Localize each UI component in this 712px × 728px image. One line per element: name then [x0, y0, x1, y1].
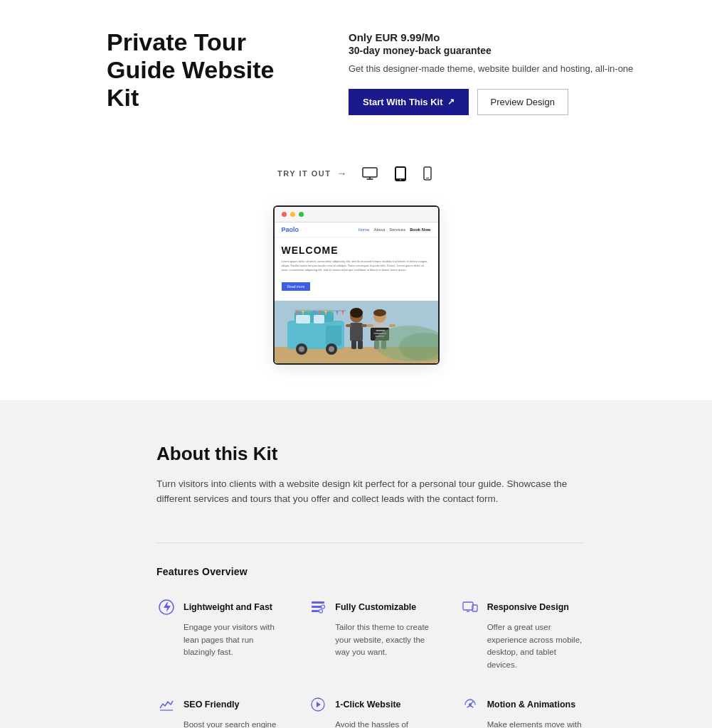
feature-icon-row-5: 1-Click Website	[308, 695, 431, 714]
svg-rect-56	[463, 602, 473, 610]
feature-icon-row-4: SEO Friendly	[156, 695, 280, 714]
svg-rect-35	[358, 341, 363, 349]
lightning-icon	[156, 597, 176, 617]
mini-read-more-btn: Read more	[282, 282, 311, 291]
try-label: TRY IT OUT →	[277, 168, 348, 179]
description-line: Get this designer-made theme, website bu…	[349, 62, 655, 76]
feature-customizable-desc: Tailor this theme to create your website…	[335, 621, 431, 659]
feature-icon-row-2: Fully Customizable	[308, 597, 431, 617]
arrow-icon: ↗	[447, 97, 455, 107]
responsive-icon	[460, 597, 480, 617]
feature-oneclick-title: 1-Click Website	[335, 700, 400, 710]
feature-motion: Motion & Animations Make elements move w…	[460, 695, 583, 728]
cta-block: Only EUR 9.99/Mo 30-day money-back guara…	[349, 28, 655, 115]
try-it-out-bar: TRY IT OUT →	[0, 144, 712, 198]
feature-lightweight: Lightweight and Fast Engage your visitor…	[156, 597, 280, 672]
mini-nav-book: Book Now	[410, 228, 430, 232]
feature-seo: SEO Friendly Boost your search engine sc…	[156, 695, 280, 728]
feature-oneclick: 1-Click Website Avoid the hassles of mul…	[308, 695, 431, 728]
browser-frame: Paolo Home About Services Book Now WELCO…	[273, 205, 440, 365]
svg-rect-32	[346, 324, 351, 327]
motion-icon	[460, 695, 480, 714]
svg-rect-31	[350, 323, 363, 341]
feature-seo-title: SEO Friendly	[184, 700, 240, 710]
feature-seo-desc: Boost your search engine score with fast…	[184, 719, 280, 728]
guarantee-line: 30-day money-back guarantee	[349, 45, 655, 56]
top-section: Private Tour Guide Website Kit Only EUR …	[0, 0, 712, 144]
feature-motion-title: Motion & Animations	[487, 700, 576, 710]
features-grid: Lightweight and Fast Engage your visitor…	[156, 597, 583, 728]
svg-rect-14	[326, 326, 341, 346]
section-divider	[156, 542, 583, 543]
mini-nav-links: Home About Services Book Now	[358, 228, 430, 232]
about-description: Turn visitors into clients with a websit…	[156, 476, 569, 507]
svg-point-30	[350, 308, 363, 318]
feature-responsive-title: Responsive Design	[487, 602, 569, 612]
mini-nav-home: Home	[358, 228, 369, 232]
mobile-icon[interactable]	[420, 164, 435, 183]
price-line: Only EUR 9.99/Mo	[349, 31, 655, 43]
browser-content: Paolo Home About Services Book Now WELCO…	[275, 223, 438, 363]
mini-welcome: WELCOME Lorem ipsum dolor sit amet, cons…	[275, 237, 438, 301]
oneclick-icon	[308, 695, 328, 714]
browser-bar	[275, 207, 438, 223]
button-row: Start With This Kit ↗ Preview Design	[349, 89, 655, 115]
right-arrow-icon: →	[337, 168, 349, 179]
start-button[interactable]: Start With This Kit ↗	[349, 89, 469, 115]
mini-welcome-text: Lorem ipsum dolor sit amet, consectetur …	[282, 259, 431, 273]
seo-icon	[156, 695, 176, 714]
page-title: Private Tour Guide Website Kit	[107, 28, 292, 112]
feature-customizable-title: Fully Customizable	[335, 602, 416, 612]
svg-rect-0	[363, 168, 377, 177]
svg-rect-12	[296, 315, 310, 323]
mini-nav-about: About	[373, 228, 385, 232]
preview-container: Paolo Home About Services Book Now WELCO…	[0, 198, 712, 400]
svg-point-37	[373, 309, 386, 316]
feature-responsive: Responsive Design Offer a great user exp…	[460, 597, 583, 672]
svg-point-55	[319, 609, 323, 613]
svg-rect-33	[361, 324, 367, 327]
feature-icon-row: Lightweight and Fast	[156, 597, 280, 617]
mini-nav: Paolo Home About Services Book Now	[275, 223, 438, 237]
about-section: About this Kit Turn visitors into client…	[0, 400, 712, 728]
feature-responsive-desc: Offer a great user experience across mob…	[487, 621, 583, 672]
feature-icon-row-3: Responsive Design	[460, 597, 583, 617]
features-title: Features Overview	[156, 566, 655, 577]
about-title: About this Kit	[156, 443, 655, 465]
customize-icon	[308, 597, 328, 617]
title-block: Private Tour Guide Website Kit	[107, 28, 292, 112]
svg-rect-40	[389, 324, 395, 327]
mini-hero-scene	[275, 301, 438, 363]
feature-motion-desc: Make elements move with entrance animati…	[487, 719, 583, 728]
feature-customizable: Fully Customizable Tailor this theme to …	[308, 597, 431, 672]
feature-lightweight-desc: Engage your visitors with lean pages tha…	[184, 621, 280, 659]
svg-point-18	[329, 346, 334, 352]
svg-rect-13	[314, 315, 324, 323]
svg-rect-34	[351, 341, 356, 349]
svg-rect-4	[396, 168, 405, 178]
mini-nav-services: Services	[389, 228, 405, 232]
svg-point-5	[400, 179, 401, 181]
dot-red	[282, 212, 287, 217]
svg-rect-39	[367, 324, 373, 327]
dot-yellow	[290, 212, 295, 217]
svg-rect-52	[312, 606, 322, 608]
svg-rect-53	[312, 610, 319, 612]
svg-point-54	[322, 605, 325, 609]
feature-oneclick-desc: Avoid the hassles of multiple vendors. J…	[335, 719, 431, 728]
tablet-icon[interactable]	[392, 164, 409, 184]
svg-rect-51	[312, 601, 324, 604]
dot-green	[299, 212, 304, 217]
desktop-icon[interactable]	[359, 164, 381, 183]
feature-icon-row-6: Motion & Animations	[460, 695, 583, 714]
feature-lightweight-title: Lightweight and Fast	[184, 602, 272, 612]
mini-logo: Paolo	[282, 226, 299, 233]
svg-point-16	[299, 346, 304, 352]
preview-button[interactable]: Preview Design	[477, 89, 568, 115]
mini-welcome-title: WELCOME	[282, 245, 431, 256]
